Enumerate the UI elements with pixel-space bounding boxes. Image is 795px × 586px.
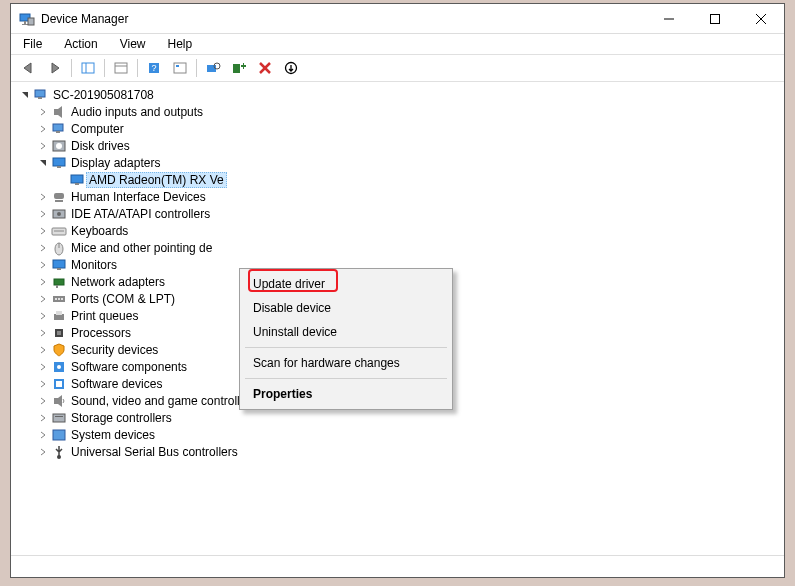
menu-file[interactable]: File bbox=[19, 36, 46, 52]
category-storage[interactable]: Storage controllers bbox=[37, 409, 784, 426]
tree-content: SC-201905081708 Audio inputs and outputs… bbox=[11, 82, 784, 555]
ide-icon bbox=[51, 206, 67, 222]
svg-rect-20 bbox=[243, 63, 244, 69]
ctx-scan-hardware[interactable]: Scan for hardware changes bbox=[241, 351, 451, 375]
category-label: IDE ATA/ATAPI controllers bbox=[71, 207, 210, 221]
svg-point-50 bbox=[61, 298, 63, 300]
network-icon bbox=[51, 274, 67, 290]
device-amd-radeon[interactable]: AMD Radeon(TM) RX Ve bbox=[55, 171, 784, 188]
category-label: Mice and other pointing de bbox=[71, 241, 212, 255]
chevron-right-icon[interactable] bbox=[37, 123, 49, 135]
category-computer[interactable]: Computer bbox=[37, 120, 784, 137]
back-button[interactable] bbox=[17, 57, 41, 79]
menu-action[interactable]: Action bbox=[60, 36, 101, 52]
ctx-uninstall-device[interactable]: Uninstall device bbox=[241, 320, 451, 344]
ctx-disable-device[interactable]: Disable device bbox=[241, 296, 451, 320]
chevron-right-icon[interactable] bbox=[37, 208, 49, 220]
svg-rect-35 bbox=[54, 193, 64, 199]
chevron-right-icon[interactable] bbox=[37, 395, 49, 407]
category-label: Ports (COM & LPT) bbox=[71, 292, 175, 306]
separator bbox=[196, 59, 197, 77]
category-audio[interactable]: Audio inputs and outputs bbox=[37, 103, 784, 120]
action-button[interactable] bbox=[168, 57, 192, 79]
chevron-right-icon[interactable] bbox=[37, 242, 49, 254]
svg-rect-26 bbox=[54, 109, 58, 115]
category-keyboard[interactable]: Keyboards bbox=[37, 222, 784, 239]
category-hid[interactable]: Human Interface Devices bbox=[37, 188, 784, 205]
root-label: SC-201905081708 bbox=[53, 88, 154, 102]
chevron-right-icon[interactable] bbox=[37, 429, 49, 441]
menubar: File Action View Help bbox=[11, 34, 784, 54]
chevron-right-icon[interactable] bbox=[37, 446, 49, 458]
category-ide[interactable]: IDE ATA/ATAPI controllers bbox=[37, 205, 784, 222]
category-usb[interactable]: Universal Serial Bus controllers bbox=[37, 443, 784, 460]
svg-rect-45 bbox=[54, 279, 64, 285]
disable-button[interactable] bbox=[279, 57, 303, 79]
proc-icon bbox=[51, 325, 67, 341]
menu-help[interactable]: Help bbox=[164, 36, 197, 52]
toolbar: ? bbox=[11, 54, 784, 82]
statusbar bbox=[11, 555, 784, 577]
window-controls bbox=[646, 4, 784, 33]
chevron-right-icon[interactable] bbox=[37, 276, 49, 288]
ports-icon bbox=[51, 291, 67, 307]
chevron-right-icon[interactable] bbox=[37, 225, 49, 237]
scan-hardware-button[interactable] bbox=[201, 57, 225, 79]
chevron-right-icon[interactable] bbox=[37, 293, 49, 305]
close-button[interactable] bbox=[738, 4, 784, 33]
category-label: Human Interface Devices bbox=[71, 190, 206, 204]
category-label: Network adapters bbox=[71, 275, 165, 289]
category-disk[interactable]: Disk drives bbox=[37, 137, 784, 154]
svg-rect-36 bbox=[55, 200, 63, 202]
category-mice[interactable]: Mice and other pointing de bbox=[37, 239, 784, 256]
chevron-right-icon[interactable] bbox=[37, 412, 49, 424]
ctx-properties[interactable]: Properties bbox=[241, 382, 451, 406]
svg-point-63 bbox=[57, 455, 61, 459]
category-label: Processors bbox=[71, 326, 131, 340]
separator bbox=[104, 59, 105, 77]
minimize-button[interactable] bbox=[646, 4, 692, 33]
chevron-right-icon[interactable] bbox=[37, 378, 49, 390]
security-icon bbox=[51, 342, 67, 358]
chevron-right-icon[interactable] bbox=[37, 259, 49, 271]
maximize-button[interactable] bbox=[692, 4, 738, 33]
monitors-icon bbox=[51, 257, 67, 273]
category-label: System devices bbox=[71, 428, 155, 442]
help-button[interactable]: ? bbox=[142, 57, 166, 79]
storage-icon bbox=[51, 410, 67, 426]
chevron-right-icon[interactable] bbox=[37, 140, 49, 152]
disk-icon bbox=[51, 138, 67, 154]
properties-button[interactable] bbox=[109, 57, 133, 79]
show-hide-tree-button[interactable] bbox=[76, 57, 100, 79]
menu-view[interactable]: View bbox=[116, 36, 150, 52]
category-display[interactable]: Display adapters bbox=[37, 154, 784, 171]
ctx-update-driver[interactable]: Update driver bbox=[241, 272, 451, 296]
svg-rect-8 bbox=[82, 63, 94, 73]
root-node[interactable]: SC-201905081708 bbox=[19, 86, 784, 103]
separator bbox=[245, 347, 447, 348]
forward-button[interactable] bbox=[43, 57, 67, 79]
chevron-down-icon[interactable] bbox=[19, 89, 31, 101]
chevron-right-icon[interactable] bbox=[37, 344, 49, 356]
usb-icon bbox=[51, 444, 67, 460]
svg-rect-18 bbox=[233, 64, 240, 73]
chevron-right-icon[interactable] bbox=[37, 327, 49, 339]
svg-rect-43 bbox=[53, 260, 65, 268]
chevron-right-icon[interactable] bbox=[37, 310, 49, 322]
chevron-right-icon[interactable] bbox=[37, 361, 49, 373]
uninstall-button[interactable] bbox=[253, 57, 277, 79]
separator bbox=[71, 59, 72, 77]
hid-icon bbox=[51, 189, 67, 205]
category-label: Sound, video and game controllers bbox=[71, 394, 256, 408]
chevron-right-icon[interactable] bbox=[37, 191, 49, 203]
separator bbox=[137, 59, 138, 77]
category-label: Monitors bbox=[71, 258, 117, 272]
display-icon bbox=[51, 155, 67, 171]
category-system[interactable]: System devices bbox=[37, 426, 784, 443]
svg-rect-62 bbox=[53, 430, 65, 440]
svg-rect-52 bbox=[56, 311, 62, 315]
chevron-right-icon[interactable] bbox=[37, 106, 49, 118]
add-hardware-button[interactable] bbox=[227, 57, 251, 79]
chevron-down-icon[interactable] bbox=[37, 157, 49, 169]
svg-rect-33 bbox=[71, 175, 83, 183]
